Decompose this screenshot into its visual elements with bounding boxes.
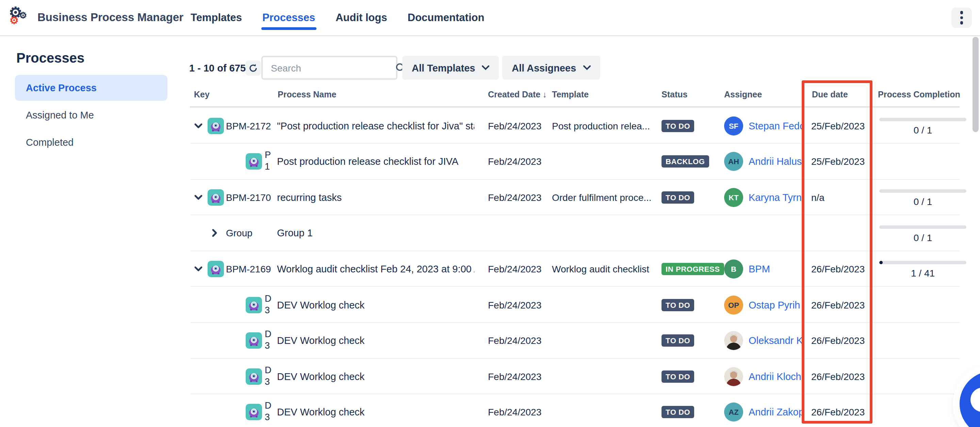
table-row[interactable]: D3DEV Worklog checkFeb/24/2023TO DOAZAnd… <box>190 394 959 427</box>
created-date: Feb/24/2023 <box>488 299 541 310</box>
assignee-link[interactable]: Karyna Tyrna <box>749 192 803 202</box>
avatar: SF <box>724 116 743 135</box>
process-type-icon <box>246 296 262 313</box>
assignee-link[interactable]: Stepan Fedor <box>749 120 803 131</box>
avatar: AH <box>724 152 743 171</box>
process-name[interactable]: DEV Worklog check <box>277 335 364 346</box>
avatar: AZ <box>724 403 743 422</box>
avatar <box>724 367 743 386</box>
template-name: Worklog audit checklist <box>552 264 649 274</box>
process-name[interactable]: DEV Worklog check <box>277 299 364 310</box>
process-completion-bar <box>879 118 966 121</box>
process-key: D3 <box>265 400 274 425</box>
tab-processes[interactable]: Processes <box>261 2 317 34</box>
column-header-created-date[interactable]: Created Date↓ <box>488 90 547 99</box>
tab-templates[interactable]: Templates <box>189 2 243 34</box>
status-badge: TO DO <box>662 191 694 203</box>
process-completion-bar <box>879 261 966 264</box>
column-header-template[interactable]: Template <box>552 90 589 99</box>
table-row[interactable]: BPM-2169Worklog audit checklist Feb 24, … <box>190 251 959 287</box>
process-name[interactable]: Post production release checklist for JI… <box>277 156 458 167</box>
top-nav: TemplatesProcessesAudit logsDocumentatio… <box>189 0 485 35</box>
process-name[interactable]: Group 1 <box>277 228 313 239</box>
process-key: D3 <box>265 328 274 353</box>
due-date: 26/Feb/2023 <box>811 335 865 346</box>
process-name[interactable]: recurring tasks <box>277 192 342 202</box>
status-badge: TO DO <box>662 370 694 382</box>
process-type-icon <box>208 261 224 277</box>
avatar: KT <box>724 188 743 207</box>
status-badge: TO DO <box>662 119 694 132</box>
table-row[interactable]: D3DEV Worklog checkFeb/24/2023TO DOOPOst… <box>190 287 959 323</box>
avatar: B <box>724 260 743 279</box>
chevron-right-icon[interactable] <box>212 229 218 238</box>
process-type-icon <box>246 368 262 384</box>
search-input[interactable] <box>269 62 395 74</box>
due-date: n/a <box>811 192 824 202</box>
process-key: P1 <box>265 149 274 174</box>
assignee-link[interactable]: Andrii Zakop <box>749 407 803 418</box>
sidebar-item-completed[interactable]: Completed <box>15 129 167 155</box>
table-row[interactable]: BPM-2170recurring tasksFeb/24/2023Order … <box>190 179 959 215</box>
created-date: Feb/24/2023 <box>488 120 541 131</box>
column-header-key[interactable]: Key <box>194 90 210 99</box>
vertical-scrollbar-thumb[interactable] <box>972 37 978 132</box>
chevron-down-icon <box>583 65 590 70</box>
template-name: Post production relea... <box>552 120 650 131</box>
assignee-link[interactable]: Ostap Pyrih <box>749 299 803 310</box>
result-count: 1 - 10 of 675 <box>189 63 246 73</box>
column-header-process-completion[interactable]: Process Completion <box>878 90 960 99</box>
assignee-link[interactable]: Andrii Klochk <box>749 371 803 382</box>
column-header-process-name[interactable]: Process Name <box>278 90 336 99</box>
status-badge: IN PROGRESS <box>662 263 724 275</box>
process-name[interactable]: Worklog audit checklist Feb 24, 2023 at … <box>277 264 474 274</box>
table-row[interactable]: D3DEV Worklog checkFeb/24/2023TO DOAndri… <box>190 358 959 394</box>
due-date: 25/Feb/2023 <box>811 156 865 167</box>
more-options-kebab-button[interactable] <box>951 8 972 28</box>
refresh-button[interactable] <box>246 61 261 76</box>
tab-audit-logs[interactable]: Audit logs <box>334 2 388 34</box>
process-name[interactable]: DEV Worklog check <box>277 407 364 418</box>
process-key: D3 <box>265 364 274 389</box>
chevron-down-icon[interactable] <box>194 266 203 272</box>
process-completion-bar <box>879 225 966 229</box>
assignee-link[interactable]: Oleksandr Ku <box>749 335 803 346</box>
help-chat-floating-button[interactable] <box>959 371 980 427</box>
sidebar-item-active-process[interactable]: Active Process <box>15 75 167 101</box>
chevron-down-icon[interactable] <box>194 123 203 129</box>
column-header-status[interactable]: Status <box>662 90 687 99</box>
table-row[interactable]: BPM-2172"Post production release checkli… <box>190 108 959 144</box>
assignee-link[interactable]: BPM <box>749 264 803 274</box>
process-completion-label: 0 / 1 <box>879 196 966 207</box>
column-header-due-date[interactable]: Due date <box>812 90 848 99</box>
table-row[interactable]: P1Post production release checklist for … <box>190 143 959 180</box>
process-name[interactable]: "Post production release checklist for J… <box>277 120 474 131</box>
due-date: 26/Feb/2023 <box>811 299 865 310</box>
process-completion-label: 0 / 1 <box>879 124 966 135</box>
process-key: BPM-2172 <box>226 120 271 131</box>
column-header-assignee[interactable]: Assignee <box>724 90 762 99</box>
app-logo-gears-icon: ⚙ ⚙ ⚙ <box>9 6 32 29</box>
filter-all-templates[interactable]: All Templates <box>402 56 499 80</box>
chevron-down-icon[interactable] <box>194 194 203 200</box>
table-row[interactable]: GroupGroup 10 / 1 <box>190 215 959 251</box>
process-type-icon <box>208 118 224 134</box>
sidebar-item-assigned-to-me[interactable]: Assigned to Me <box>15 102 167 128</box>
process-name[interactable]: DEV Worklog check <box>277 371 364 382</box>
due-date: 25/Feb/2023 <box>811 120 865 131</box>
app-header: ⚙ ⚙ ⚙ Business Process Manager Templates… <box>0 0 980 36</box>
app-window: ⚙ ⚙ ⚙ Business Process Manager Templates… <box>0 0 980 427</box>
tab-documentation[interactable]: Documentation <box>406 2 486 34</box>
table-row[interactable]: D3DEV Worklog checkFeb/24/2023TO DOOleks… <box>190 322 959 358</box>
status-badge: TO DO <box>662 335 694 347</box>
assignee-link[interactable]: Andrii Halush <box>749 156 803 167</box>
process-key: D3 <box>265 293 274 317</box>
due-date: 26/Feb/2023 <box>811 407 865 418</box>
process-type-icon <box>246 332 262 349</box>
process-key: BPM-2170 <box>226 192 271 202</box>
process-completion-label: 1 / 41 <box>879 268 966 279</box>
created-date: Feb/24/2023 <box>488 371 541 382</box>
created-date: Feb/24/2023 <box>488 335 541 346</box>
created-date: Feb/24/2023 <box>488 407 541 418</box>
filter-all-assignees[interactable]: All Assignees <box>502 56 600 80</box>
